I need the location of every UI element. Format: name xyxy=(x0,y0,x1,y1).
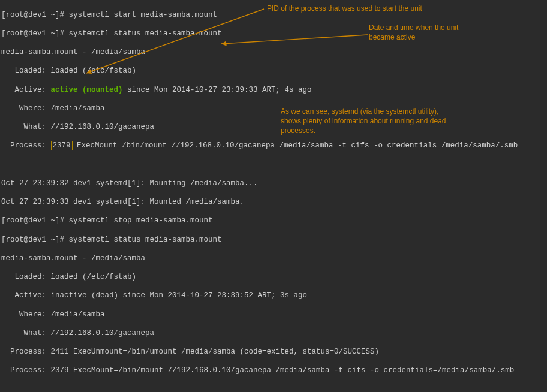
log-line: Oct 27 23:39:33 dev1 systemd[1]: Mounted… xyxy=(1,198,546,207)
process-cmd: ExecMount=/bin/mount //192.168.0.10/gaca… xyxy=(73,141,518,150)
active-state: active (mounted) xyxy=(51,86,123,94)
active-label: Active: xyxy=(1,86,51,94)
blank-line xyxy=(1,161,546,170)
annotation-note: As we can see, systemd (via the systemct… xyxy=(281,107,446,136)
where-line: Where: /media/samba xyxy=(1,104,546,114)
active-line: Active: active (mounted) since Mon 2014-… xyxy=(1,86,546,95)
what-line: What: //192.168.0.10/gacanepa xyxy=(1,123,546,132)
process-line: Process: 2379 ExecMount=/bin/mount //192… xyxy=(1,141,546,151)
loaded-line: Loaded: loaded (/etc/fstab) xyxy=(1,67,546,76)
process-label: Process: xyxy=(1,141,51,150)
log-line: Oct 27 23:39:32 dev1 systemd[1]: Mountin… xyxy=(1,179,546,189)
annotation-pid: PID of the process that was used to star… xyxy=(267,4,422,13)
loaded-line: Loaded: loaded (/etc/fstab) xyxy=(1,273,546,282)
where-line: Where: /media/samba xyxy=(1,310,546,320)
terminal-window[interactable]: [root@dev1 ~]# systemctl start media-sam… xyxy=(0,0,547,392)
prompt-line: [root@dev1 ~]# systemctl status media-sa… xyxy=(1,236,546,245)
process-line: Process: 2379 ExecMount=/bin/mount //192… xyxy=(1,366,546,376)
pid-highlight: 2379 xyxy=(51,141,73,150)
unit-title: media-samba.mount - /media/samba xyxy=(1,254,546,264)
blank-line xyxy=(1,385,546,392)
process-line: Process: 2411 ExecUnmount=/bin/umount /m… xyxy=(1,348,546,357)
prompt-line: [root@dev1 ~]# systemctl stop media-samb… xyxy=(1,216,546,226)
active-line: Active: inactive (dead) since Mon 2014-1… xyxy=(1,291,546,301)
prompt-line: [root@dev1 ~]# systemctl status media-sa… xyxy=(1,29,546,39)
what-line: What: //192.168.0.10/gacanepa xyxy=(1,329,546,339)
active-since: since Mon 2014-10-27 23:39:33 ART; 4s ag… xyxy=(123,86,312,94)
annotation-date: Date and time when the unit became activ… xyxy=(369,23,458,42)
unit-title: media-samba.mount - /media/samba xyxy=(1,48,546,58)
